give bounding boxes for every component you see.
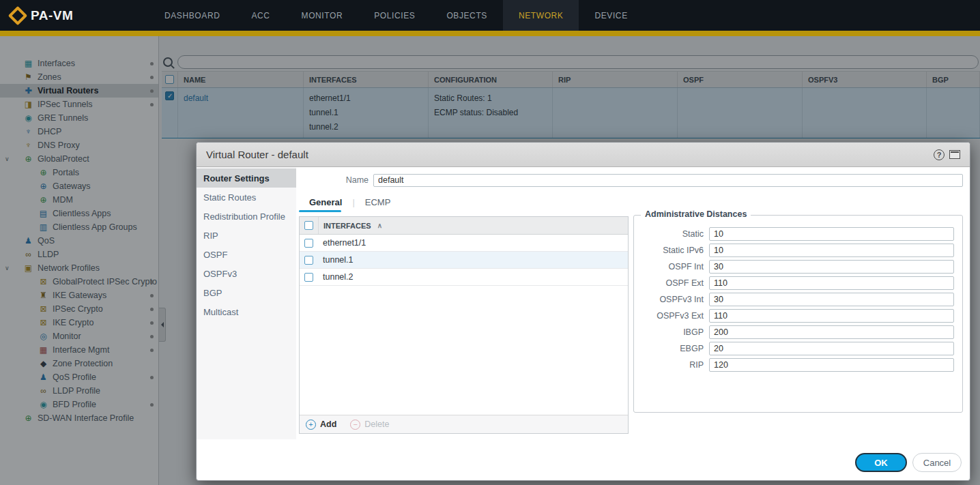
help-icon[interactable]: ?: [934, 149, 945, 160]
admin-distance-row-ebgp: EBGP: [634, 340, 962, 357]
content-area: ▦Interfaces⚑Zones✚Virtual Routers◨IPSec …: [0, 36, 980, 485]
admin-distance-row-rip: RIP: [634, 357, 962, 373]
ok-button[interactable]: OK: [855, 453, 907, 472]
interface-name: tunnel.1: [318, 255, 353, 265]
static-ipv6-input[interactable]: [709, 244, 954, 257]
nav-tab-monitor[interactable]: MONITOR: [286, 0, 359, 31]
field-label-ospfv3-int: OSPFv3 Int: [634, 295, 709, 304]
field-label-ospfv3-ext: OSPFv3 Ext: [634, 311, 709, 321]
interface-checkbox[interactable]: [304, 256, 313, 265]
interfaces-header-checkbox-cell: [300, 217, 319, 234]
dialog-menu-item-static-routes[interactable]: Static Routes: [197, 188, 296, 207]
admin-distance-row-static: Static: [634, 226, 962, 242]
interfaces-rows: ethernet1/1tunnel.1tunnel.2: [300, 235, 628, 286]
ospf-int-input[interactable]: [709, 260, 954, 274]
interface-checkbox[interactable]: [304, 239, 313, 248]
interface-name: ethernet1/1: [318, 238, 366, 248]
interface-checkbox-cell: [300, 269, 318, 285]
field-label-ospf-ext: OSPF Ext: [634, 278, 709, 288]
paloalto-logo-icon: [8, 5, 27, 25]
field-label-ibgp: IBGP: [634, 327, 709, 337]
dialog-header: Virtual Router - default ?: [197, 143, 970, 167]
admin-distance-row-ospf-int: OSPF Int: [634, 259, 962, 275]
name-input[interactable]: [373, 174, 963, 187]
top-nav-bar: PA-VM DASHBOARDACCMONITORPOLICIESOBJECTS…: [0, 0, 980, 31]
field-label-ospf-int: OSPF Int: [634, 262, 709, 271]
rip-input[interactable]: [709, 358, 954, 372]
interface-row-tunnel-1[interactable]: tunnel.1: [300, 252, 628, 269]
interface-checkbox-cell: [300, 252, 318, 268]
cancel-button[interactable]: Cancel: [912, 453, 962, 472]
admin-distance-row-ospfv3-ext: OSPFv3 Ext: [634, 308, 962, 324]
dialog-side-menu: Router SettingsStatic RoutesRedistributi…: [197, 167, 296, 439]
interfaces-panel-footer: Add Delete: [300, 415, 628, 433]
select-all-interfaces-checkbox[interactable]: [304, 221, 313, 230]
dialog-menu-item-ospfv3[interactable]: OSPFv3: [197, 264, 296, 283]
admin-distance-row-ospf-ext: OSPF Ext: [634, 275, 962, 291]
tab-ecmp[interactable]: ECMP: [355, 197, 401, 207]
ibgp-input[interactable]: [709, 325, 954, 339]
dialog-menu-item-redistribution-profile[interactable]: Redistribution Profile: [197, 207, 296, 226]
dialog-title: Virtual Router - default: [206, 149, 308, 160]
tab-general[interactable]: General: [299, 197, 352, 207]
sort-ascending-icon[interactable]: [377, 222, 382, 229]
interfaces-panel: INTERFACES ethernet1/1tunnel.1tunnel.2 A…: [299, 216, 629, 434]
window-restore-icon[interactable]: [949, 150, 960, 159]
dialog-menu-item-rip[interactable]: RIP: [197, 226, 296, 245]
nav-tab-device[interactable]: DEVICE: [579, 0, 643, 31]
field-label-static: Static: [634, 229, 709, 239]
field-label-static-ipv6: Static IPv6: [634, 246, 709, 255]
ebgp-input[interactable]: [709, 342, 954, 355]
static-input[interactable]: [709, 227, 954, 241]
dialog-menu-item-router-settings[interactable]: Router Settings: [197, 168, 296, 188]
interface-checkbox-cell: [300, 235, 318, 251]
nav-tab-network[interactable]: NETWORK: [503, 0, 579, 31]
dialog-tabs: General ECMP: [299, 194, 401, 209]
brand-name: PA-VM: [31, 8, 73, 23]
field-label-rip: RIP: [634, 360, 709, 370]
add-button-label: Add: [320, 420, 336, 429]
dialog-header-actions: ?: [934, 149, 960, 160]
ospf-ext-input[interactable]: [709, 276, 954, 290]
nav-tab-dashboard[interactable]: DASHBOARD: [149, 0, 235, 31]
administrative-distances-fieldset: Administrative Distances StaticStatic IP…: [633, 215, 963, 413]
ospfv3-int-input[interactable]: [709, 293, 954, 306]
nav-tab-policies[interactable]: POLICIES: [358, 0, 431, 31]
administrative-distances-legend: Administrative Distances: [641, 209, 751, 219]
brand-logo: PA-VM: [11, 8, 126, 23]
ospfv3-ext-input[interactable]: [709, 309, 954, 323]
add-interface-button[interactable]: Add: [306, 420, 336, 430]
dialog-menu-item-ospf[interactable]: OSPF: [197, 245, 296, 264]
administrative-distances-rows: StaticStatic IPv6OSPF IntOSPF ExtOSPFv3 …: [634, 216, 962, 373]
virtual-router-dialog: Virtual Router - default ? Router Settin…: [196, 142, 970, 481]
nav-tab-objects[interactable]: OBJECTS: [431, 0, 503, 31]
admin-distance-row-static-ipv6: Static IPv6: [634, 242, 962, 259]
interface-name: tunnel.2: [318, 272, 353, 282]
minus-circle-icon: [350, 420, 360, 430]
nav-tab-acc[interactable]: ACC: [235, 0, 285, 31]
dialog-menu-item-bgp[interactable]: BGP: [197, 283, 296, 302]
field-label-ebgp: EBGP: [634, 344, 709, 353]
name-field-label: Name: [296, 175, 373, 185]
gold-accent-bar: [0, 31, 980, 36]
admin-distance-row-ibgp: IBGP: [634, 324, 962, 340]
active-tab-underline: [299, 210, 341, 212]
interface-checkbox[interactable]: [304, 273, 313, 282]
interface-row-tunnel-2[interactable]: tunnel.2: [300, 269, 628, 286]
interfaces-column-header[interactable]: INTERFACES: [319, 222, 371, 230]
dialog-menu-item-multicast[interactable]: Multicast: [197, 302, 296, 321]
interface-row-ethernet1-1[interactable]: ethernet1/1: [300, 235, 628, 252]
name-field-row: Name: [296, 173, 963, 187]
plus-circle-icon: [306, 420, 316, 430]
admin-distance-row-ospfv3-int: OSPFv3 Int: [634, 291, 962, 308]
delete-button-label: Delete: [364, 420, 389, 429]
interfaces-panel-header: INTERFACES: [300, 217, 628, 235]
nav-tabs: DASHBOARDACCMONITORPOLICIESOBJECTSNETWOR…: [149, 0, 644, 31]
delete-interface-button[interactable]: Delete: [350, 420, 389, 430]
